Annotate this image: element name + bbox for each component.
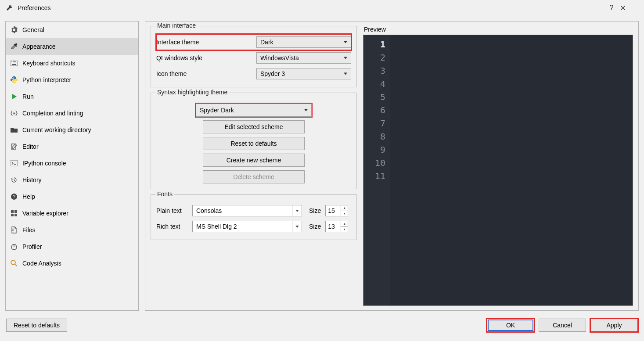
cancel-button[interactable]: Cancel (539, 319, 586, 332)
line-number: 2 (363, 51, 385, 64)
spin-value: 13 (326, 221, 341, 232)
plain-text-font-row: Plain text Consolas Size 15 ▲▼ (156, 203, 351, 219)
interface-theme-combo[interactable]: Dark (256, 36, 351, 48)
line-number: 1 (363, 38, 385, 51)
edit-icon (10, 143, 18, 151)
reset-scheme-button[interactable]: Reset to defaults (203, 137, 305, 150)
delete-scheme-button: Delete scheme (203, 170, 305, 183)
interface-theme-label: Interface theme (156, 39, 256, 46)
create-scheme-button[interactable]: Create new scheme (203, 154, 305, 167)
keyboard-icon (10, 59, 18, 67)
sidebar-item-label: Appearance (22, 43, 56, 50)
chevron-down-icon (344, 73, 347, 75)
group-legend: Fonts (155, 190, 174, 197)
sidebar-item-run[interactable]: Run (6, 88, 138, 105)
rich-text-font-row: Rich text MS Shell Dlg 2 Size 13 ▲▼ (156, 219, 351, 234)
qt-style-combo[interactable]: WindowsVista (256, 52, 351, 64)
apply-button[interactable]: Apply (590, 319, 638, 332)
svg-rect-0 (11, 61, 18, 66)
plain-text-size-spinner[interactable]: 15 ▲▼ (325, 205, 348, 216)
sidebar-item-python-interpreter[interactable]: Python interpreter (6, 72, 138, 88)
sidebar-item-keyboard-shortcuts[interactable]: Keyboard shortcuts (6, 55, 138, 72)
svg-text:?: ? (13, 194, 15, 199)
chevron-down-icon (292, 205, 302, 216)
combo-value: Spyder Dark (200, 107, 234, 114)
line-number: 7 (363, 117, 385, 130)
sidebar-item-ipython-console[interactable]: IPython console (6, 155, 138, 172)
sidebar-item-code-analysis[interactable]: Code Analysis (6, 255, 138, 272)
sidebar-item-label: Python interpreter (22, 76, 71, 83)
syntax-scheme-combo-wrap: Spyder Dark (196, 104, 312, 117)
sidebar-item-label: Completion and linting (22, 110, 83, 117)
chevron-down-icon (292, 221, 302, 232)
combo-value: MS Shell Dlg 2 (196, 223, 237, 230)
python-icon (10, 76, 18, 84)
svg-rect-2 (13, 61, 14, 62)
svg-rect-9 (11, 210, 14, 213)
svg-rect-1 (11, 61, 12, 62)
reset-defaults-button[interactable]: Reset to defaults (6, 319, 67, 332)
sidebar-item-label: IPython console (22, 160, 66, 167)
sidebar-item-label: Current working directory (22, 126, 91, 133)
edit-scheme-button[interactable]: Edit selected scheme (203, 120, 305, 133)
spin-buttons[interactable]: ▲▼ (341, 221, 348, 232)
line-number: 3 (363, 64, 385, 77)
sidebar-item-label: Keyboard shortcuts (22, 60, 76, 67)
sidebar-item-label: Profiler (22, 243, 42, 250)
sidebar: General Appearance Keyboard shortcuts Py… (5, 21, 139, 311)
sidebar-item-editor[interactable]: Editor (6, 138, 138, 155)
grid-icon (10, 209, 18, 217)
spin-buttons[interactable]: ▲▼ (341, 205, 348, 216)
rich-text-font-combo[interactable]: MS Shell Dlg 2 (192, 221, 302, 232)
line-number: 5 (363, 90, 385, 104)
qt-style-row: Qt windows style WindowsVista (156, 50, 351, 66)
sidebar-item-label: Editor (22, 143, 39, 150)
eyedropper-icon (10, 43, 18, 50)
sidebar-item-label: Code Analysis (22, 260, 61, 267)
ok-button-wrap: OK (487, 319, 534, 332)
sidebar-item-label: Files (22, 226, 36, 233)
rich-text-size-spinner[interactable]: 13 ▲▼ (325, 221, 348, 232)
sidebar-item-cwd[interactable]: Current working directory (6, 122, 138, 138)
wrench-icon (6, 4, 13, 11)
fonts-group: Fonts Plain text Consolas Size 15 ▲▼ Ric… (151, 194, 357, 240)
sidebar-item-general[interactable]: General (6, 22, 138, 38)
group-legend: Syntax highlighting theme (155, 89, 229, 96)
footer: Reset to defaults OK Cancel Apply (0, 316, 644, 334)
close-icon[interactable] (620, 5, 638, 11)
window-title: Preferences (18, 4, 50, 11)
console-icon (10, 159, 18, 167)
svg-rect-11 (11, 214, 14, 216)
sidebar-item-history[interactable]: History (6, 172, 138, 188)
rich-text-label: Rich text (156, 223, 188, 230)
line-number: 6 (363, 104, 385, 117)
sidebar-item-files[interactable]: Files (6, 222, 138, 238)
line-number: 4 (363, 77, 385, 90)
play-icon (10, 93, 18, 101)
size-label: Size (309, 223, 321, 230)
sidebar-item-label: Variable explorer (22, 210, 68, 217)
icon-theme-combo[interactable]: Spyder 3 (256, 68, 351, 79)
sidebar-item-completion-linting[interactable]: Completion and linting (6, 105, 138, 122)
sidebar-item-label: General (22, 26, 44, 33)
sidebar-item-appearance[interactable]: Appearance (6, 38, 138, 55)
sidebar-item-help[interactable]: ? Help (6, 188, 138, 205)
sidebar-item-label: Run (22, 93, 34, 100)
svg-rect-6 (11, 160, 18, 166)
svg-rect-3 (14, 61, 15, 62)
main-panel: Main interface Interface theme Dark Qt w… (145, 21, 639, 311)
ok-button[interactable]: OK (488, 320, 533, 330)
content-area: General Appearance Keyboard shortcuts Py… (0, 16, 644, 316)
icon-theme-row: Icon theme Spyder 3 (156, 66, 351, 82)
syntax-scheme-combo[interactable]: Spyder Dark (196, 104, 312, 117)
main-interface-group: Main interface Interface theme Dark Qt w… (151, 26, 357, 87)
line-number: 11 (363, 169, 385, 183)
help-button[interactable]: ? (603, 4, 620, 12)
size-label: Size (309, 207, 321, 214)
svg-rect-10 (14, 210, 17, 213)
plain-text-font-combo[interactable]: Consolas (192, 205, 302, 216)
sidebar-item-variable-explorer[interactable]: Variable explorer (6, 205, 138, 222)
sidebar-item-profiler[interactable]: Profiler (6, 238, 138, 255)
help-icon: ? (10, 193, 18, 201)
plain-text-label: Plain text (156, 207, 188, 214)
